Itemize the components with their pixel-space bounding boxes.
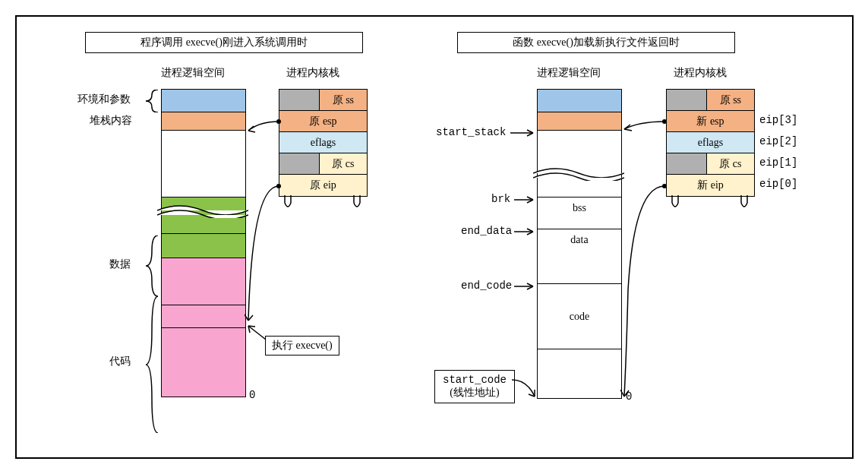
- data-cell-2: [162, 234, 245, 258]
- zigzag-kernel-right: [666, 195, 753, 214]
- right-kernel-stack: 原 ss 新 esp eflags 原 cs 新 eip: [666, 89, 755, 197]
- r-gap1: [538, 131, 621, 166]
- arrow-eip-right: [620, 184, 674, 400]
- svg-point-7: [662, 184, 667, 188]
- start-code-callout: start_code (线性地址): [434, 370, 515, 403]
- arrow-end-code: [514, 283, 537, 292]
- cs-cell-right: 原 cs: [667, 153, 754, 175]
- arrow-esp-left: [245, 119, 282, 142]
- code-cell-2: [162, 305, 245, 328]
- env-args-cell: [162, 90, 245, 112]
- r-bottom-cell: [538, 349, 621, 398]
- arrow-esp-right: [620, 119, 670, 134]
- zero-label-left: 0: [249, 389, 255, 401]
- gap-cell-2: [162, 169, 245, 198]
- right-panel: 函数 execve()加载新执行文件返回时 进程逻辑空间 进程内核栈 bss d…: [419, 32, 844, 53]
- esp-cell-left: 原 esp: [279, 111, 367, 132]
- left-kernel-stack: 原 ss 原 esp eflags 原 cs 原 eip: [279, 89, 368, 197]
- end-code-label: end_code: [461, 280, 512, 292]
- end-data-label: end_data: [461, 225, 512, 237]
- brace-env: [144, 90, 159, 112]
- left-panel: 程序调用 execve()刚进入系统调用时 进程逻辑空间 进程内核栈 环境和参数…: [62, 32, 419, 53]
- arrow-start-code: [512, 378, 538, 400]
- eip2-label: eip[2]: [759, 135, 797, 147]
- svg-point-6: [662, 119, 667, 124]
- eflags-cell-right: eflags: [667, 132, 754, 153]
- left-kernel-header: 进程内核栈: [286, 66, 339, 80]
- r-env-cell: [538, 90, 621, 112]
- execve-callout: 执行 execve(): [265, 336, 339, 356]
- eflags-cell-left: eflags: [279, 132, 367, 153]
- eip1-label: eip[1]: [759, 156, 797, 169]
- zigzag-right-proc: [533, 166, 624, 181]
- code-cell-1: [162, 258, 245, 305]
- brk-label: brk: [491, 193, 510, 205]
- arrow-start-stack: [510, 129, 537, 138]
- stack-content-label: 堆栈内容: [90, 114, 132, 128]
- start-stack-label: start_stack: [436, 126, 506, 138]
- r-data-cell: data: [538, 229, 621, 284]
- eip-cell-left: 原 eip: [279, 175, 367, 196]
- arrow-end-data: [514, 228, 537, 237]
- left-proc-stack: [161, 89, 246, 397]
- svg-point-0: [276, 119, 281, 124]
- right-proc-stack: bss data code: [537, 89, 622, 399]
- arrow-execve-callout: [245, 324, 267, 343]
- arrow-brk: [514, 196, 537, 205]
- right-proc-header: 进程逻辑空间: [537, 66, 601, 80]
- diagram-container: 程序调用 execve()刚进入系统调用时 进程逻辑空间 进程内核栈 环境和参数…: [15, 15, 854, 459]
- code-cell-3: [162, 328, 245, 397]
- esp-cell-right: 新 esp: [667, 111, 754, 132]
- zigzag-kernel-left: [279, 195, 366, 214]
- right-title: 函数 execve()加载新执行文件返回时: [457, 32, 735, 53]
- zigzag-left-proc: [157, 203, 248, 218]
- r-bss-cell: bss: [538, 198, 621, 229]
- left-title: 程序调用 execve()刚进入系统调用时: [85, 32, 363, 53]
- brace-code: [144, 296, 159, 433]
- cs-cell-left: 原 cs: [279, 153, 367, 175]
- ss-cell-left: 原 ss: [279, 90, 367, 111]
- r-code-cell: code: [538, 284, 621, 349]
- left-proc-header: 进程逻辑空间: [161, 66, 225, 80]
- gap-cell-1: [162, 131, 245, 169]
- eip0-label: eip[0]: [759, 178, 797, 190]
- env-args-label: 环境和参数: [77, 93, 131, 106]
- data-label: 数据: [109, 258, 131, 271]
- eip-cell-right: 新 eip: [667, 175, 754, 196]
- r-stack-cell: [538, 112, 621, 131]
- svg-point-1: [276, 184, 281, 188]
- right-kernel-header: 进程内核栈: [674, 66, 727, 80]
- eip3-label: eip[3]: [759, 114, 797, 126]
- code-label: 代码: [109, 355, 131, 368]
- stack-content-cell: [162, 112, 245, 131]
- ss-cell-right: 原 ss: [667, 90, 754, 111]
- brace-data: [144, 235, 159, 296]
- arrow-eip-left: [245, 184, 290, 324]
